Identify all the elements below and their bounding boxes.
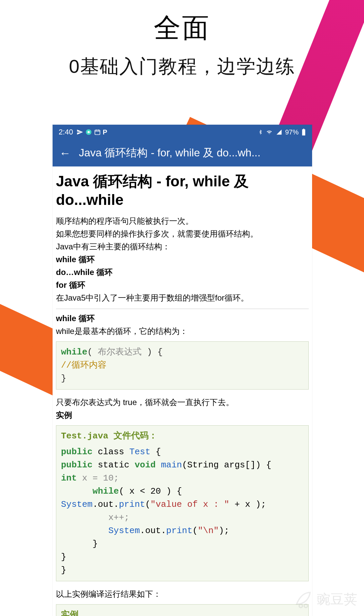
p-icon: P bbox=[103, 128, 107, 136]
watermark-text: 豌豆荚 bbox=[317, 590, 357, 609]
paragraph: 顺序结构的程序语句只能被执行一次。 bbox=[56, 215, 309, 227]
svg-point-6 bbox=[304, 604, 308, 608]
section-title: while 循环 bbox=[56, 312, 309, 325]
app-bar-title: Java 循环结构 - for, while 及 do...wh... bbox=[79, 146, 305, 160]
svg-point-1 bbox=[87, 131, 90, 133]
wifi-icon bbox=[266, 129, 273, 135]
watermark: 豌豆荚 bbox=[293, 589, 357, 609]
paragraph: 只要布尔表达式为 true，循环就会一直执行下去。 bbox=[56, 396, 309, 408]
paragraph: 如果您想要同样的操作执行多次，就需要使用循环结构。 bbox=[56, 228, 309, 240]
decorative-stripe bbox=[0, 235, 38, 359]
promo-header: 全面 0基础入门教程，边学边练 bbox=[0, 0, 364, 80]
phone-frame: 2:40 P 97% bbox=[53, 125, 312, 616]
decorative-stripe bbox=[0, 517, 57, 616]
paragraph: 以上实例编译运行结果如下： bbox=[56, 588, 309, 600]
paragraph: while是最基本的循环，它的结构为： bbox=[56, 325, 309, 337]
promo-subtitle: 0基础入门教程，边学边练 bbox=[0, 54, 364, 80]
svg-rect-3 bbox=[302, 129, 305, 135]
app-bar: ← Java 循环结构 - for, while 及 do...wh... bbox=[53, 140, 312, 166]
back-button[interactable]: ← bbox=[59, 147, 71, 160]
bluetooth-icon bbox=[258, 129, 263, 135]
signal-icon bbox=[276, 129, 282, 135]
paragraph: 在Java5中引入了一种主要用于数组的增强型for循环。 bbox=[56, 292, 309, 304]
code-block-while: while( 布尔表达式 ) { //循环内容 } bbox=[56, 341, 309, 390]
camera-icon bbox=[85, 129, 92, 135]
paragraph: Java中有三种主要的循环结构： bbox=[56, 241, 309, 253]
svg-rect-4 bbox=[303, 129, 304, 129]
code-block-test: Test.java 文件代码：public class Test { publi… bbox=[56, 425, 309, 581]
battery-percent: 97% bbox=[285, 128, 299, 136]
list-item: while 循环 bbox=[56, 253, 309, 266]
send-icon bbox=[77, 129, 83, 135]
calendar-icon bbox=[94, 129, 101, 135]
list-item: do…while 循环 bbox=[56, 266, 309, 278]
article-content[interactable]: Java 循环结构 - for, while 及 do...while 顺序结构… bbox=[53, 166, 312, 616]
status-time: 2:40 bbox=[59, 128, 73, 136]
example-label: 实例 bbox=[56, 409, 309, 421]
divider bbox=[56, 309, 309, 309]
battery-icon bbox=[301, 128, 306, 136]
list-item: for 循环 bbox=[56, 279, 309, 291]
code-title: Test.java 文件代码： bbox=[61, 430, 304, 443]
svg-rect-2 bbox=[95, 130, 100, 134]
example-label: 实例 bbox=[61, 609, 304, 616]
promo-title: 全面 bbox=[0, 10, 364, 47]
article-title: Java 循环结构 - for, while 及 do...while bbox=[53, 166, 312, 212]
status-bar: 2:40 P 97% bbox=[53, 125, 312, 140]
svg-point-5 bbox=[299, 604, 303, 608]
pea-icon bbox=[293, 589, 313, 609]
code-block-result: 实例 bbox=[56, 604, 309, 616]
